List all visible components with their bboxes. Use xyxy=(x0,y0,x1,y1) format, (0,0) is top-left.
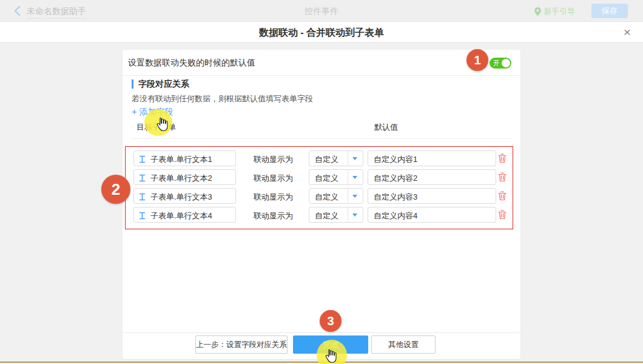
trash-icon[interactable] xyxy=(498,191,507,203)
selected-mode: 自定义 xyxy=(315,173,338,184)
chevron-down-icon xyxy=(352,195,357,198)
target-field-value: 子表单.单行文本4 xyxy=(150,211,212,221)
toggle-knob xyxy=(502,59,510,67)
annotation-badge-3: 3 xyxy=(320,310,342,332)
default-value-input-1[interactable]: 自定义内容1 xyxy=(368,150,496,166)
default-value-text: 自定义内容2 xyxy=(374,173,417,184)
default-value-input-3[interactable]: 自定义内容3 xyxy=(368,188,496,204)
guide-label: 新手引导 xyxy=(544,6,575,17)
topbar-title: 控件事件 xyxy=(305,6,338,17)
default-value-input-4[interactable]: 自定义内容4 xyxy=(368,207,496,223)
top-app-bar: 未命名数据助手 控件事件 新手引导 保存 xyxy=(0,0,643,22)
assistant-name[interactable]: 未命名数据助手 xyxy=(27,6,86,19)
display-mode-select-4[interactable]: 自定义 xyxy=(309,207,363,223)
hand-cursor-icon xyxy=(324,348,337,364)
chevron-down-icon xyxy=(352,157,357,160)
annotation-badge-1: 1 xyxy=(466,49,488,71)
link-display-label: 联动显示为 xyxy=(254,211,293,221)
link-display-label: 联动显示为 xyxy=(254,192,293,203)
selected-mode: 自定义 xyxy=(315,192,338,203)
column-header-default: 默认值 xyxy=(374,122,398,133)
toggle-state-label: 开 xyxy=(493,59,500,67)
target-field-input-1[interactable]: 子表单.单行文本1 xyxy=(133,150,236,166)
default-value-text: 自定义内容3 xyxy=(374,192,417,203)
dialog-title: 数据联动 - 合并联动到子表单 xyxy=(259,27,384,39)
selected-mode: 自定义 xyxy=(315,154,338,165)
target-field-value: 子表单.单行文本3 xyxy=(150,192,212,203)
chevron-down-icon xyxy=(352,176,357,179)
display-mode-select-3[interactable]: 自定义 xyxy=(309,188,363,204)
field-mapping-annotated-area: 子表单.单行文本1 联动显示为 自定义 自定义内容1 子表单.单行文本2 xyxy=(125,146,513,229)
guide-pin-icon xyxy=(534,7,541,16)
save-button[interactable]: 保存 xyxy=(591,4,628,18)
plus-icon: + xyxy=(132,106,137,116)
field-mapping-row-3: 子表单.单行文本3 联动显示为 自定义 自定义内容3 xyxy=(126,188,513,204)
footer-divider xyxy=(123,332,520,333)
field-mapping-row-2: 子表单.单行文本2 联动显示为 自定义 自定义内容2 xyxy=(126,169,513,185)
link-display-label: 联动显示为 xyxy=(254,154,293,165)
text-field-icon xyxy=(139,192,146,203)
default-value-text: 自定义内容1 xyxy=(374,154,417,165)
settings-panel: 设置数据联动失败的时候的默认值 开 字段对应关系 若没有联动到任何数据，则根据默… xyxy=(123,50,520,359)
dropdown-divider xyxy=(348,170,348,184)
close-icon[interactable]: × xyxy=(624,24,631,40)
section-title: 字段对应关系 xyxy=(132,79,189,89)
toggle-row-label: 设置数据联动失败的时候的默认值 xyxy=(128,58,255,69)
target-field-value: 子表单.单行文本1 xyxy=(150,154,212,165)
target-field-input-4[interactable]: 子表单.单行文本4 xyxy=(133,207,236,223)
target-field-input-3[interactable]: 子表单.单行文本3 xyxy=(133,188,236,204)
trash-icon[interactable] xyxy=(498,153,507,166)
display-mode-select-1[interactable]: 自定义 xyxy=(309,150,363,166)
on-off-toggle[interactable]: 开 xyxy=(490,58,511,69)
default-value-text: 自定义内容4 xyxy=(374,211,417,221)
default-value-toggle-row: 设置数据联动失败的时候的默认值 开 xyxy=(123,50,520,76)
text-field-icon xyxy=(139,155,146,166)
text-field-icon xyxy=(139,174,146,184)
default-value-input-2[interactable]: 自定义内容2 xyxy=(368,169,496,185)
target-field-input-2[interactable]: 子表单.单行文本2 xyxy=(133,169,236,185)
screen: 未命名数据助手 控件事件 新手引导 保存 数据联动 - 合并联动到子表单 × 设… xyxy=(0,0,643,364)
selected-mode: 自定义 xyxy=(315,211,338,221)
section-description: 若没有联动到任何数据，则根据默认值填写表单字段 xyxy=(132,93,313,104)
guide-link[interactable]: 新手引导 xyxy=(534,6,575,17)
field-mapping-row-4: 子表单.单行文本4 联动显示为 自定义 自定义内容4 xyxy=(126,207,513,223)
dropdown-divider xyxy=(348,189,348,203)
chevron-down-icon xyxy=(352,214,357,217)
other-settings-button[interactable]: 其他设置 xyxy=(371,335,436,354)
trash-icon[interactable] xyxy=(498,210,507,222)
link-display-label: 联动显示为 xyxy=(254,173,293,184)
display-mode-select-2[interactable]: 自定义 xyxy=(309,169,363,185)
dialog-header: 数据联动 - 合并联动到子表单 × xyxy=(0,22,643,42)
text-field-icon xyxy=(139,211,146,222)
trash-icon[interactable] xyxy=(498,172,507,184)
header-divider xyxy=(132,138,513,139)
annotation-badge-2: 2 xyxy=(101,175,130,204)
back-icon[interactable] xyxy=(13,5,21,19)
field-mapping-row-1: 子表单.单行文本1 联动显示为 自定义 自定义内容1 xyxy=(126,150,513,166)
dropdown-divider xyxy=(348,151,348,166)
dropdown-divider xyxy=(348,207,348,222)
hand-cursor-icon xyxy=(155,116,169,135)
previous-step-button[interactable]: 上一步：设置字段对应关系 xyxy=(195,335,288,354)
target-field-value: 子表单.单行文本2 xyxy=(150,173,212,184)
